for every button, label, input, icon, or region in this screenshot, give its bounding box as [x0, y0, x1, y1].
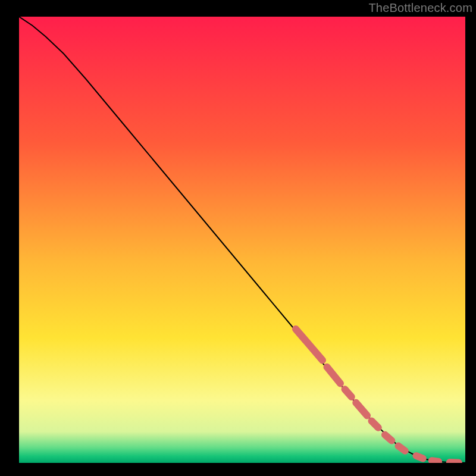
chart-svg	[19, 17, 465, 463]
gradient-background	[19, 17, 465, 463]
marker-segment	[345, 389, 352, 397]
watermark-text: TheBottleneck.com	[368, 1, 472, 15]
plot-area	[19, 17, 465, 463]
chart-frame: TheBottleneck.com	[0, 0, 476, 476]
marker-segment	[432, 461, 439, 462]
marker-segment	[385, 435, 392, 441]
marker-segment	[416, 456, 423, 459]
marker-segment	[372, 421, 378, 428]
marker-segment	[399, 446, 405, 451]
